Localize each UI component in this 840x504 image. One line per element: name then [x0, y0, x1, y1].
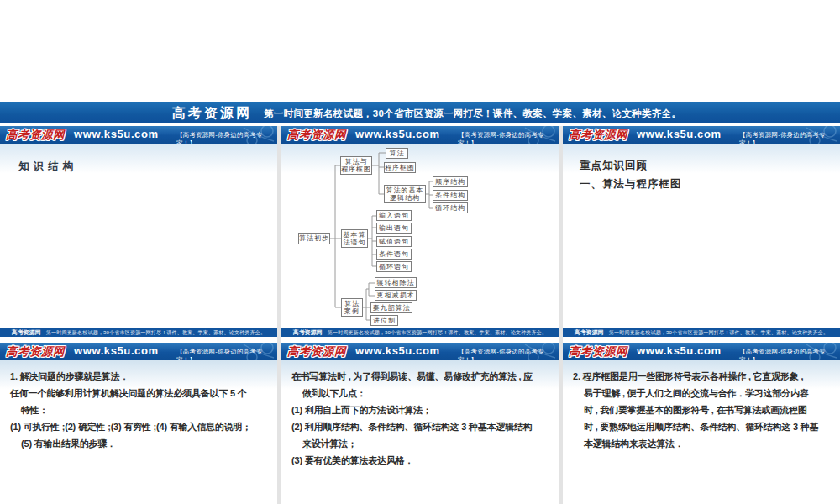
slide-body: 1. 解决问题的步骤就是算法． 任何一个能够利用计算机解决问题的算法必须具备以下… [0, 360, 277, 504]
decorative-swirl-icon [218, 126, 277, 144]
decorative-swirl-icon [781, 126, 840, 144]
footer-tagline: 第一时间更新名校试题，30个省市区资源一网打尽！课件、教案、学案、素材、论文种类… [46, 329, 265, 337]
tree-node: 更相减损术 [375, 290, 417, 301]
text-line: 任何一个能够利用计算机解决问题的算法必须具备以下 5 个 [10, 385, 272, 402]
ks5u-logo: 高考资源网 [6, 128, 65, 143]
site-banner-tagline: 第一时间更新名校试题，30个省市区资源一网打尽！课件、教案、学案、素材、论文种类… [264, 108, 681, 120]
tree-node: 条件语句 [376, 249, 412, 260]
decorative-swirl-icon [500, 126, 559, 144]
tree-node: 辗转相除法 [375, 277, 417, 288]
text-line: 时 , 要熟练地运用顺序结构、条件结构、循环结构这 3 种基 [573, 418, 835, 435]
ks5u-logo: 高考资源网 [569, 128, 627, 143]
footer-logo: 高考资源网 [575, 328, 604, 337]
slide-footer-bar: 高考资源网 第一时间更新名校试题，30个省市区资源一网打尽！课件、教案、学案、素… [563, 328, 840, 337]
text-line: 时 , 我们要掌握基本的图形符号 , 在书写算法或画流程图 [573, 402, 835, 418]
ks5u-url: www.ks5u.com [637, 128, 722, 140]
slide-body: 知识结构 [0, 144, 277, 328]
tree-node: 算法的基本 逻辑结构 [384, 185, 426, 203]
slide-review: 高考资源网 www.ks5u.com 【高考资源网-你身边的高考专家！】 重点知… [563, 126, 840, 337]
text-line: (2) 利用顺序结构、条件结构、循环结构这 3 种基本逻辑结构 [291, 418, 554, 435]
algorithm-tree-diagram: 算法初步 算法与 程序框图 算法 程序框图 算法的基本 逻辑结构 顺序结构 条件… [281, 144, 559, 328]
slide-body: 重点知识回顾 一、算法与程序框图 [563, 144, 840, 328]
slides-column-1: 高考资源网 www.ks5u.com 【高考资源网-你身边的高考专家！】 知识结… [0, 126, 277, 504]
tree-node: 基本算 法语句 [341, 229, 368, 248]
footer-logo: 高考资源网 [293, 328, 323, 337]
tree-node: 输出语句 [376, 223, 412, 234]
ks5u-url: www.ks5u.com [74, 344, 159, 357]
tree-node: 秦九韶算法 [370, 302, 412, 313]
slide-footer-bar: 高考资源网 第一时间更新名校试题，30个省市区资源一网打尽！课件、教案、学案、素… [0, 328, 277, 337]
tree-node: 算法 案例 [341, 298, 363, 317]
text-line: (1) 可执行性 ;(2) 确定性 ;(3) 有穷性 ;(4) 有输入信息的说明… [10, 418, 272, 435]
text-line: 在书写算法时 , 为了得到易读、易懂、易修改扩充的算法 , 应 [291, 368, 554, 385]
footer-tagline: 第一时间更新名校试题，30个省市区资源一网打尽！课件、教案、学案、素材、论文种类… [609, 329, 828, 337]
text-line: 做到以下几点： [291, 385, 554, 402]
text-line: 易于理解 , 便于人们之间的交流与合作．学习这部分内容 [573, 385, 835, 402]
tree-node: 算法与 程序框图 [340, 156, 372, 175]
text-line: 本逻辑结构来表达算法． [573, 435, 835, 452]
text-line: (5) 有输出结果的步骤． [10, 435, 272, 452]
footer-tagline: 第一时间更新名校试题，30个省市区资源一网打尽！课件、教案、学案、素材、论文种类… [328, 329, 547, 337]
page: 高考资源网 第一时间更新名校试题，30个省市区资源一网打尽！课件、教案、学案、素… [0, 0, 840, 504]
tree-node: 条件结构 [433, 190, 468, 201]
tree-node: 程序框图 [384, 162, 416, 173]
slide-header-bar: 高考资源网 www.ks5u.com 【高考资源网-你身边的高考专家！】 [563, 343, 840, 360]
text-line: (1) 利用自上而下的方法设计算法； [291, 402, 554, 418]
tree-node: 输入语句 [376, 210, 412, 221]
slide-footer-bar: 高考资源网 第一时间更新名校试题，30个省市区资源一网打尽！课件、教案、学案、素… [281, 328, 559, 337]
row-gap [281, 337, 559, 343]
slide-body: 在书写算法时 , 为了得到易读、易懂、易修改扩充的算法 , 应 做到以下几点： … [281, 360, 559, 504]
slides-grid: 高考资源网 www.ks5u.com 【高考资源网-你身边的高考专家！】 知识结… [0, 126, 840, 504]
ks5u-url: www.ks5u.com [355, 344, 440, 357]
decorative-swirl-icon [500, 343, 559, 360]
tree-node: 顺序结构 [433, 176, 468, 187]
ks5u-url: www.ks5u.com [355, 128, 440, 140]
decorative-swirl-icon [218, 343, 277, 360]
slide-algorithm-definition: 高考资源网 www.ks5u.com 【高考资源网-你身边的高考专家！】 1. … [0, 343, 277, 504]
text-line: 1. 解决问题的步骤就是算法． [10, 368, 272, 385]
ks5u-logo: 高考资源网 [569, 344, 627, 360]
tree-node: 算法 [386, 148, 408, 159]
tree-node: 进位制 [370, 315, 398, 326]
tree-node: 算法初步 [298, 233, 330, 244]
slide-body: 算法初步 算法与 程序框图 算法 程序框图 算法的基本 逻辑结构 顺序结构 条件… [281, 144, 559, 328]
slide-subtitle: 一、算法与程序框图 [580, 177, 682, 192]
slide-flowchart-description: 高考资源网 www.ks5u.com 【高考资源网-你身边的高考专家！】 2. … [563, 343, 840, 504]
ks5u-logo: 高考资源网 [287, 128, 346, 143]
tree-node: 循环语句 [376, 261, 412, 272]
ks5u-url: www.ks5u.com [637, 344, 722, 357]
ks5u-logo: 高考资源网 [6, 344, 65, 360]
slides-column-2: 高考资源网 www.ks5u.com 【高考资源网-你身边的高考专家！】 [281, 126, 559, 504]
site-banner-title: 高考资源网 [172, 105, 252, 123]
slide-header-bar: 高考资源网 www.ks5u.com 【高考资源网-你身边的高考专家！】 [281, 343, 559, 360]
slide-title: 知识结构 [18, 160, 77, 174]
ks5u-url: www.ks5u.com [74, 128, 159, 140]
tree-node: 循环结构 [433, 202, 468, 213]
row-gap [0, 337, 277, 343]
text-line: (3) 要有优美的算法表达风格． [291, 452, 554, 469]
slide-header-bar: 高考资源网 www.ks5u.com 【高考资源网-你身边的高考专家！】 [0, 343, 277, 360]
slides-column-3: 高考资源网 www.ks5u.com 【高考资源网-你身边的高考专家！】 重点知… [563, 126, 840, 504]
row-gap [563, 337, 840, 343]
text-line: 特性： [10, 402, 272, 418]
footer-logo: 高考资源网 [12, 328, 41, 337]
text-line: 来设计算法； [291, 435, 554, 452]
slide-header-bar: 高考资源网 www.ks5u.com 【高考资源网-你身边的高考专家！】 [281, 126, 559, 144]
slide-knowledge-tree: 高考资源网 www.ks5u.com 【高考资源网-你身边的高考专家！】 [281, 126, 559, 337]
decorative-swirl-icon [781, 343, 840, 360]
slide-writing-algorithms: 高考资源网 www.ks5u.com 【高考资源网-你身边的高考专家！】 在书写… [281, 343, 559, 504]
slide-body: 2. 程序框图是用一些图形符号表示各种操作 , 它直观形象 , 易于理解 , 便… [563, 360, 840, 504]
slide-knowledge-structure: 高考资源网 www.ks5u.com 【高考资源网-你身边的高考专家！】 知识结… [0, 126, 277, 337]
text-line: 2. 程序框图是用一些图形符号表示各种操作 , 它直观形象 , [573, 368, 835, 385]
tree-node: 赋值语句 [376, 236, 412, 247]
slide-title: 重点知识回顾 [580, 159, 648, 173]
slide-header-bar: 高考资源网 www.ks5u.com 【高考资源网-你身边的高考专家！】 [563, 126, 840, 144]
site-banner: 高考资源网 第一时间更新名校试题，30个省市区资源一网打尽！课件、教案、学案、素… [0, 102, 840, 123]
ks5u-logo: 高考资源网 [287, 344, 346, 360]
slide-header-bar: 高考资源网 www.ks5u.com 【高考资源网-你身边的高考专家！】 [0, 126, 277, 144]
